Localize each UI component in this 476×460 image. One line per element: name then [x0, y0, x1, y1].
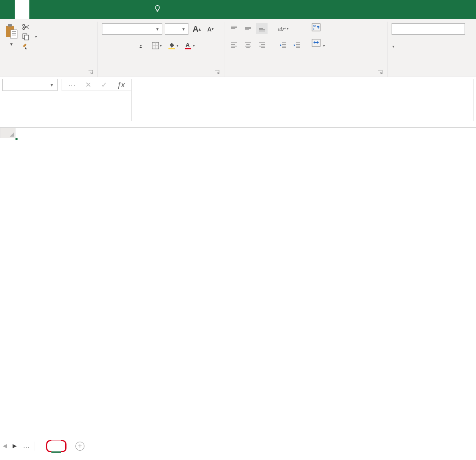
selection-highlight — [15, 138, 17, 140]
lightbulb-icon — [154, 5, 161, 13]
group-alignment-label — [228, 73, 383, 77]
font-size-select[interactable]: ▼ — [165, 23, 188, 35]
format-painter-button[interactable] — [22, 43, 37, 50]
wrap-text-icon: abc — [312, 23, 321, 31]
svg-text:ab: ab — [278, 26, 283, 32]
align-right-button[interactable] — [256, 40, 268, 50]
svg-rect-4 — [12, 33, 16, 34]
borders-icon — [152, 42, 159, 49]
group-clipboard: ▼ ▾ — [0, 22, 98, 77]
tab-home[interactable] — [15, 0, 29, 19]
align-bottom-button[interactable] — [256, 23, 268, 34]
wrap-text-button[interactable]: abc — [312, 23, 325, 33]
svg-text:c: c — [313, 27, 314, 30]
svg-rect-11 — [168, 48, 175, 49]
tab-insert[interactable] — [44, 0, 59, 19]
name-box[interactable]: ▼ — [2, 79, 58, 91]
underline-button[interactable]: ▾ — [135, 40, 146, 51]
sheet-tab-2[interactable] — [51, 440, 61, 453]
tab-help[interactable] — [132, 0, 147, 19]
number-format-select[interactable] — [392, 23, 465, 35]
svg-point-6 — [23, 28, 25, 30]
merge-icon — [312, 39, 321, 47]
fill-handle[interactable] — [15, 138, 18, 141]
fx-icon[interactable]: ƒx — [117, 81, 125, 89]
align-left-button[interactable] — [228, 40, 240, 50]
cancel-button[interactable]: ✕ — [85, 80, 91, 89]
font-color-button[interactable]: A▾ — [184, 40, 195, 51]
svg-text:A: A — [186, 42, 190, 48]
sheet-nav-prev[interactable]: ◄ — [0, 442, 10, 450]
paste-button[interactable]: ▼ — [4, 23, 19, 46]
sheet-nav-more[interactable]: … — [20, 442, 34, 450]
copy-icon — [22, 33, 29, 40]
tab-review[interactable] — [103, 0, 117, 19]
sheet-tab-bar: ◄ ► … ＋ — [0, 439, 476, 453]
group-number: ▾ — [387, 22, 476, 77]
orientation-icon: ab — [278, 25, 286, 32]
align-bottom-icon — [258, 25, 266, 32]
formula-buttons: ⋮ ✕ ✓ ƒx — [62, 79, 131, 91]
dialog-launcher-icon[interactable] — [377, 69, 383, 75]
ribbon: ▼ ▾ — [0, 19, 476, 77]
paste-icon — [4, 23, 19, 40]
tab-file[interactable] — [0, 0, 15, 19]
align-top-icon — [230, 25, 238, 32]
callout-highlight — [46, 440, 66, 452]
font-name-select[interactable]: ▼ — [102, 23, 162, 35]
sheet-tab-1[interactable] — [36, 445, 46, 448]
paint-bucket-icon — [168, 42, 176, 50]
svg-text:ab: ab — [313, 24, 316, 27]
group-clipboard-label — [4, 73, 93, 77]
menu-tabs — [0, 0, 476, 19]
tab-developer[interactable] — [29, 0, 44, 19]
increase-indent-button[interactable] — [291, 40, 303, 50]
dialog-launcher-icon[interactable] — [88, 69, 93, 75]
currency-button[interactable]: ▾ — [392, 40, 394, 50]
svg-rect-1 — [8, 24, 12, 27]
fill-color-button[interactable]: ▾ — [167, 40, 179, 51]
font-color-icon: A — [184, 42, 192, 50]
increase-font-button[interactable]: A▴ — [191, 24, 202, 34]
align-middle-icon — [244, 25, 252, 32]
cut-button[interactable] — [22, 23, 37, 31]
decrease-indent-button[interactable] — [277, 40, 289, 50]
align-center-button[interactable] — [242, 40, 254, 50]
increase-indent-icon — [293, 41, 301, 49]
italic-button[interactable] — [118, 40, 130, 51]
decrease-font-button[interactable]: A▾ — [205, 24, 216, 34]
scissors-icon — [22, 23, 29, 31]
drag-handle-icon[interactable]: ⋮ — [68, 82, 77, 88]
formula-input[interactable] — [131, 79, 474, 121]
align-top-button[interactable] — [228, 23, 240, 34]
tell-me-search[interactable] — [147, 0, 170, 19]
group-font-label — [102, 73, 220, 77]
svg-rect-9 — [24, 35, 29, 40]
formula-bar: ▼ ⋮ ✕ ✓ ƒx — [0, 77, 476, 128]
tab-formulas[interactable] — [73, 0, 88, 19]
tab-page-layout[interactable] — [59, 0, 73, 19]
select-all-button[interactable] — [0, 128, 15, 138]
dialog-launcher-icon[interactable] — [214, 69, 220, 75]
paintbrush-icon — [22, 43, 29, 50]
copy-button[interactable]: ▾ — [22, 33, 37, 40]
align-center-icon — [244, 41, 252, 49]
enter-button[interactable]: ✓ — [101, 80, 107, 89]
svg-point-7 — [23, 24, 25, 27]
spreadsheet-grid — [0, 128, 476, 138]
borders-button[interactable]: ▾ — [151, 40, 162, 51]
chevron-down-icon: ▼ — [9, 42, 13, 46]
svg-rect-5 — [12, 35, 16, 35]
group-font: ▼ ▼ A▴ A▾ ▾ ▾ ▾ A▾ — [98, 22, 224, 77]
align-left-icon — [230, 41, 238, 49]
align-middle-button[interactable] — [242, 23, 254, 34]
new-sheet-button[interactable]: ＋ — [75, 442, 84, 451]
svg-rect-13 — [185, 48, 191, 49]
orientation-button[interactable]: ab▾ — [277, 23, 289, 34]
sheet-nav-next[interactable]: ► — [10, 442, 20, 450]
tab-view[interactable] — [117, 0, 132, 19]
tab-data[interactable] — [88, 0, 103, 19]
merge-center-button[interactable]: ▾ — [312, 39, 325, 49]
group-number-label — [392, 73, 472, 77]
bold-button[interactable] — [102, 40, 113, 51]
